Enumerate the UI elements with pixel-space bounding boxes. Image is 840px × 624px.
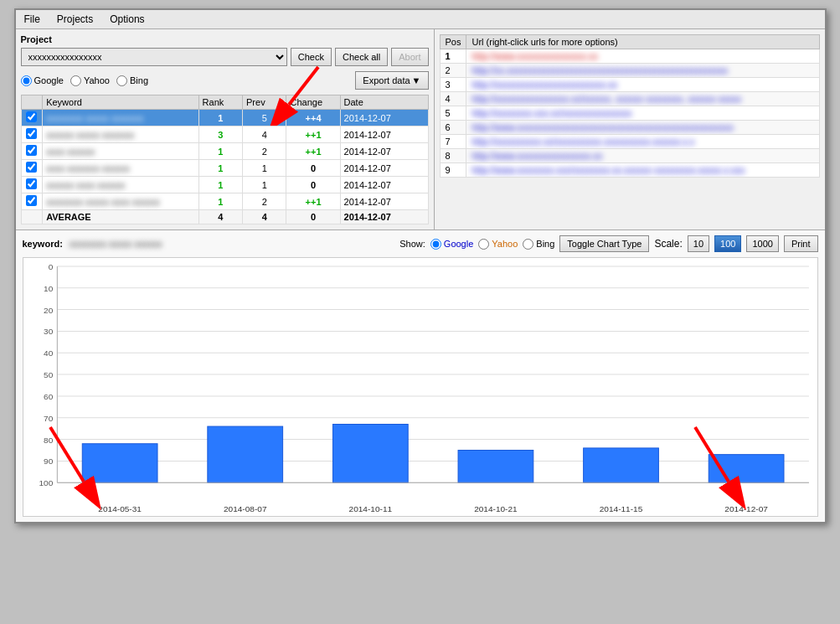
menu-file[interactable]: File — [21, 13, 44, 26]
keyword-label: keyword: — [23, 239, 63, 249]
chart-bing-label[interactable]: Bing — [523, 239, 554, 250]
svg-rect-22 — [82, 444, 157, 482]
average-label: AVERAGE — [43, 210, 198, 224]
chart-controls: Show: Google Yahoo Bing Toggle Chart Typ… — [399, 235, 817, 252]
svg-text:40: 40 — [44, 348, 54, 358]
project-row: xxxxxxxxxxxxxxxx Check Check all Abort — [21, 48, 429, 66]
check-button[interactable]: Check — [291, 48, 332, 66]
col-header-prev: Prev — [243, 95, 286, 110]
row-date: 2014-12-07 — [340, 177, 428, 193]
row-change: ++1 — [286, 126, 340, 143]
svg-text:90: 90 — [44, 456, 54, 466]
table-row: xxxxxxxx xxxxx xxxx xxxxxx 1 2 ++1 2014-… — [21, 193, 428, 210]
row-checkbox-cell[interactable] — [21, 110, 43, 126]
url-link[interactable]: http://xx.xxxxxxxxxxxxxxxxxxxxxxxxxxxxxx… — [466, 64, 819, 78]
col-header-date: Date — [340, 95, 428, 110]
chart-yahoo-radio[interactable] — [478, 239, 489, 250]
url-link[interactable]: http://xxxxxxxxxxxxxxxx.xx/xxxxxx, xxxxx… — [466, 92, 819, 106]
url-link[interactable]: http://xxxxxxxxxx.xx/xxxxxxxxxx.xxxxxxxx… — [466, 135, 819, 149]
scale-10-button[interactable]: 10 — [688, 235, 709, 252]
url-row: 3 http://xxxxxxxxxxxxxxxxxxxxxxxx.xx — [440, 78, 819, 92]
row-prev: 4 — [243, 126, 286, 143]
row-date: 2014-12-07 — [340, 126, 428, 143]
url-row: 1 http://www.xxxxxxxxxxxxxxx.xx — [440, 49, 819, 64]
abort-button[interactable]: Abort — [391, 48, 428, 66]
svg-text:0: 0 — [48, 262, 53, 271]
average-change: 0 — [286, 210, 340, 224]
url-row: 8 http://www.xxxxxxxxxxxxxxxx.xx — [440, 149, 819, 163]
col-header-change: Change — [286, 95, 340, 110]
row-checkbox-cell[interactable] — [21, 126, 43, 143]
yahoo-radio[interactable] — [70, 75, 81, 86]
row-checkbox-cell[interactable] — [21, 193, 43, 210]
url-row: 5 http://xxxxxxxx.xxx.xx/xxxxxxxxxxxxxxx — [440, 106, 819, 121]
chart-bing-radio[interactable] — [523, 239, 533, 250]
export-button[interactable]: Export data ▼ — [355, 71, 428, 90]
print-button[interactable]: Print — [784, 235, 818, 252]
table-row: xxxxxxxx xxxxx xxxxxxx 1 5 ++4 2014-12-0… — [21, 110, 428, 126]
left-panel: Project xxxxxxxxxxxxxxxx Check Check all… — [16, 29, 435, 229]
row-checkbox-cell[interactable] — [21, 160, 43, 177]
url-pos: 1 — [440, 49, 466, 64]
toggle-chart-button[interactable]: Toggle Chart Type — [559, 235, 649, 252]
scale-100-button[interactable]: 100 — [714, 235, 741, 252]
average-row: AVERAGE 4 4 0 2014-12-07 — [21, 210, 428, 224]
svg-text:2014-12-07: 2014-12-07 — [724, 504, 768, 513]
url-link[interactable]: http://www.xxxxxxxxxxxxxxxxxxxxxxxxxxxxx… — [466, 121, 819, 135]
menu-options[interactable]: Options — [106, 13, 147, 26]
row-rank: 1 — [198, 193, 242, 210]
svg-rect-32 — [709, 455, 784, 483]
svg-text:30: 30 — [44, 327, 54, 336]
col-header-rank: Rank — [198, 95, 242, 110]
url-link[interactable]: http://xxxxxxxxxxxxxxxxxxxxxxxx.xx — [466, 78, 819, 92]
average-date: 2014-12-07 — [340, 210, 428, 224]
url-row: 4 http://xxxxxxxxxxxxxxxx.xx/xxxxxx, xxx… — [440, 92, 819, 106]
svg-text:100: 100 — [39, 478, 53, 487]
url-link[interactable]: http://www.xxxxxxxxxxxxxxx.xx — [466, 49, 819, 64]
url-pos: 7 — [440, 135, 466, 149]
project-select[interactable]: xxxxxxxxxxxxxxxx — [21, 48, 287, 66]
chart-yahoo-label[interactable]: Yahoo — [478, 239, 518, 250]
row-checkbox-cell[interactable] — [21, 177, 43, 193]
row-change: 0 — [286, 177, 340, 193]
url-pos: 4 — [440, 92, 466, 106]
keyword-value: xxxxxxxx xxxxx xxxxxx — [70, 239, 162, 249]
row-rank: 1 — [198, 160, 242, 177]
yahoo-radio-label[interactable]: Yahoo — [70, 75, 110, 86]
row-rank: 1 — [198, 143, 242, 160]
svg-text:60: 60 — [44, 392, 54, 401]
menu-projects[interactable]: Projects — [54, 13, 96, 26]
svg-rect-24 — [207, 426, 282, 482]
svg-rect-28 — [458, 451, 533, 483]
keyword-table: Keyword Rank Prev Change Date xxxxxxxx x… — [21, 95, 429, 224]
bottom-section: keyword: xxxxxxxx xxxxx xxxxxx Show: Goo… — [16, 230, 825, 522]
url-link[interactable]: http://xxxxxxxx.xxx.xx/xxxxxxxxxxxxxxx — [466, 106, 819, 121]
right-panel: Pos Url (right-click urls for more optio… — [435, 29, 825, 229]
bing-radio[interactable] — [116, 75, 127, 86]
row-keyword: xxxx xxxxxxx xxxxxx — [43, 160, 198, 177]
url-link[interactable]: http://www.xxxxxxxxxxxxxxxx.xx — [466, 149, 819, 163]
url-row: 6 http://www.xxxxxxxxxxxxxxxxxxxxxxxxxxx… — [440, 121, 819, 135]
url-col-url: Url (right-click urls for more options) — [466, 35, 819, 49]
chart-svg: 01020304050607080901002014-05-312014-08-… — [23, 258, 817, 516]
url-pos: 5 — [440, 106, 466, 121]
bing-radio-label[interactable]: Bing — [116, 75, 148, 86]
google-radio[interactable] — [21, 75, 32, 86]
google-radio-label[interactable]: Google — [21, 75, 64, 86]
table-row: xxxx xxxxxx 1 2 ++1 2014-12-07 — [21, 143, 428, 160]
chart-google-label[interactable]: Google — [430, 239, 473, 250]
row-rank: 1 — [198, 177, 242, 193]
row-keyword: xxxxxx xxxx xxxxxx — [43, 177, 198, 193]
check-all-button[interactable]: Check all — [335, 48, 388, 66]
col-header-keyword: Keyword — [43, 95, 198, 110]
url-pos: 6 — [440, 121, 466, 135]
row-date: 2014-12-07 — [340, 160, 428, 177]
scale-1000-button[interactable]: 1000 — [746, 235, 778, 252]
row-change: ++4 — [286, 110, 340, 126]
url-row: 2 http://xx.xxxxxxxxxxxxxxxxxxxxxxxxxxxx… — [440, 64, 819, 78]
svg-text:50: 50 — [44, 370, 54, 379]
row-checkbox-cell[interactable] — [21, 143, 43, 160]
chart-google-radio[interactable] — [430, 239, 441, 250]
svg-text:10: 10 — [44, 284, 54, 293]
url-link[interactable]: http://www.xxxxxxxx.xxx/xxxxxxxx.xx.xxxx… — [466, 163, 819, 178]
